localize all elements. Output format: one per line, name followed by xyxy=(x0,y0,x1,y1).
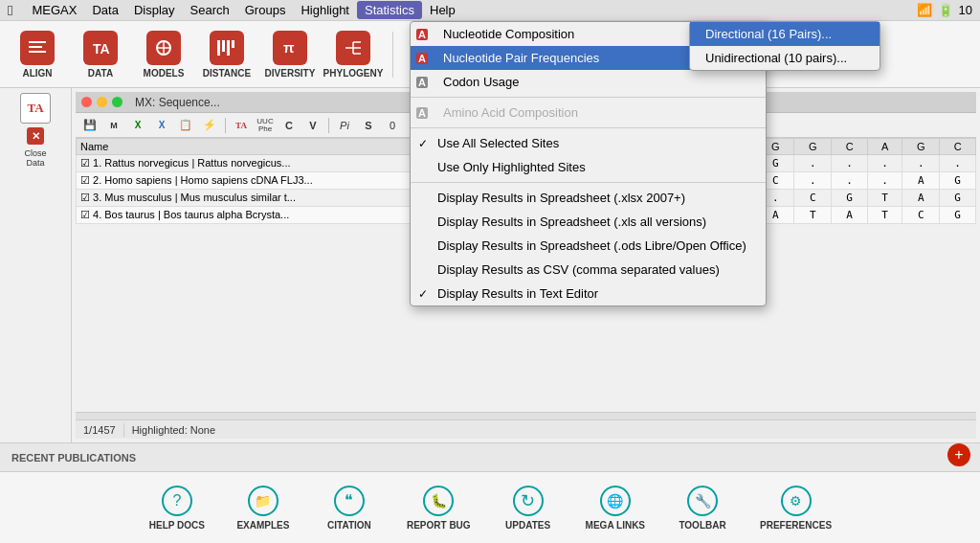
preferences-icon: ⚙ xyxy=(781,486,812,516)
report-bug-label: REPORT BUG xyxy=(407,520,471,531)
menu-display-ods[interactable]: Display Results in Spreadsheet (.ods Lib… xyxy=(411,234,766,258)
apple-menu[interactable]:  xyxy=(8,2,12,18)
help-docs-button[interactable]: ? HELP DOCS xyxy=(148,486,206,531)
menu-codon-usage[interactable]: A Codon Usage xyxy=(411,70,766,94)
npf-icon: A xyxy=(416,53,428,64)
codon-stoolbar-btn[interactable]: UUCPhe xyxy=(255,116,276,135)
diversity-button[interactable]: π DIVERSITY xyxy=(262,26,318,83)
col-header-c2: C xyxy=(832,139,868,155)
toolbar-button[interactable]: 🔧 TOOLBAR xyxy=(674,486,731,531)
menubar:  MEGAX Data Display Search Groups Highl… xyxy=(0,0,980,21)
excel1-stoolbar-btn[interactable]: X xyxy=(127,116,148,135)
submenu-directional[interactable]: Directional (16 Pairs)... xyxy=(690,22,880,46)
menu-divider1 xyxy=(411,97,766,98)
row2-d10: G xyxy=(940,172,976,190)
menu-display-csv[interactable]: Display Results as CSV (comma separated … xyxy=(411,258,766,282)
menu-groups[interactable]: Groups xyxy=(237,1,294,19)
toolbar-icon: 🔧 xyxy=(687,486,718,516)
menu-data[interactable]: Data xyxy=(84,1,125,19)
excel2-stoolbar-btn[interactable]: X xyxy=(151,116,172,135)
toolbar-separator xyxy=(392,32,393,78)
use-only-highlighted-label: Use Only Highlighted Sites xyxy=(437,160,586,174)
mega-stoolbar-btn[interactable]: M xyxy=(103,116,124,135)
row4-d7: A xyxy=(832,207,868,224)
menu-use-all-selected[interactable]: ✓ Use All Selected Sites xyxy=(411,131,766,155)
row2-d6: . xyxy=(794,172,832,190)
menu-display-text[interactable]: ✓ Display Results in Text Editor xyxy=(411,282,766,305)
updates-button[interactable]: ↻ UPDATES xyxy=(500,486,557,531)
ta-icon: TA xyxy=(20,93,51,124)
close-data-label: CloseData xyxy=(24,148,46,168)
save-stoolbar-btn[interactable]: 💾 xyxy=(79,116,100,135)
row1-d7: . xyxy=(832,155,868,172)
data-button[interactable]: TA DATA xyxy=(73,26,128,83)
menu-help[interactable]: Help xyxy=(422,1,463,19)
status-separator xyxy=(123,423,124,437)
v-stoolbar-btn[interactable]: V xyxy=(302,116,323,135)
row2-d7: . xyxy=(832,172,868,190)
citation-button[interactable]: ❝ CITATION xyxy=(321,486,378,531)
display-text-check-icon: ✓ xyxy=(418,287,428,301)
preferences-button[interactable]: ⚙ PREFERENCES xyxy=(760,486,832,531)
left-panel: TA ✕ CloseData xyxy=(0,88,72,442)
row4-d8: T xyxy=(867,207,902,224)
menu-display-xls[interactable]: Display Results in Spreadsheet (.xls all… xyxy=(411,210,766,234)
menu-search[interactable]: Search xyxy=(183,1,237,19)
menu-megax[interactable]: MEGAX xyxy=(24,1,84,19)
amino-acid-icon: A xyxy=(416,107,428,119)
nucleotide-composition-label: Nucleotide Composition xyxy=(437,27,574,41)
use-all-selected-label: Use All Selected Sites xyxy=(437,136,559,150)
minimize-button[interactable] xyxy=(97,97,107,107)
col-header-a2: A xyxy=(867,139,902,155)
display-text-label: Display Results in Text Editor xyxy=(437,286,598,301)
mega-links-button[interactable]: 🌐 MEGA LINKS xyxy=(586,486,645,531)
zero-stoolbar-btn[interactable]: 0 xyxy=(382,116,403,135)
codon-usage-icon: A xyxy=(416,77,428,88)
menu-statistics[interactable]: Statistics xyxy=(357,1,422,19)
horizontal-scrollbar[interactable] xyxy=(76,412,976,419)
wifi-icon: 📶 xyxy=(917,3,932,17)
svg-rect-2 xyxy=(29,51,46,53)
phylogeny-button[interactable]: PHYLOGENY xyxy=(325,26,381,83)
submenu-unidirectional[interactable]: Unidirectional (10 pairs)... xyxy=(690,46,880,70)
highlighted-indicator: Highlighted: None xyxy=(132,424,215,436)
row4-d10: G xyxy=(940,207,976,224)
examples-label: EXAMPLES xyxy=(236,520,289,531)
pi-stoolbar-btn[interactable]: Pi xyxy=(334,116,355,135)
menu-display-xlsx[interactable]: Display Results in Spreadsheet (.xlsx 20… xyxy=(411,186,766,210)
close-button[interactable] xyxy=(81,97,92,107)
flash-stoolbar-btn[interactable]: ⚡ xyxy=(199,116,220,135)
align-button[interactable]: ALIGN xyxy=(10,26,65,83)
col-header-g5: G xyxy=(902,139,940,155)
status-bar: 1/1457 Highlighted: None xyxy=(76,419,976,439)
menu-highlight[interactable]: Highlight xyxy=(293,1,357,19)
close-data-button[interactable]: ✕ xyxy=(27,127,44,145)
footer: ? HELP DOCS 📁 EXAMPLES ❝ CITATION 🐛 REPO… xyxy=(0,471,980,543)
clock: 10 xyxy=(959,3,972,17)
traffic-lights xyxy=(81,97,122,107)
models-button[interactable]: MODELS xyxy=(136,26,191,83)
menu-amino-acid[interactable]: A Amino Acid Composition xyxy=(411,101,766,124)
report-bug-button[interactable]: 🐛 REPORT BUG xyxy=(407,486,471,531)
c-stoolbar-btn[interactable]: C xyxy=(278,116,300,135)
menu-display[interactable]: Display xyxy=(126,1,183,19)
menu-use-only-highlighted[interactable]: Use Only Highlighted Sites xyxy=(411,155,766,179)
examples-button[interactable]: 📁 EXAMPLES xyxy=(234,486,292,531)
svg-rect-0 xyxy=(29,41,46,43)
menu-divider3 xyxy=(411,182,766,183)
battery-icon: 🔋 xyxy=(938,3,953,17)
toolbar-label: TOOLBAR xyxy=(679,520,725,531)
display-xlsx-label: Display Results in Spreadsheet (.xlsx 20… xyxy=(437,191,685,205)
distance-button[interactable]: DISTANCE xyxy=(199,26,255,83)
ta-stoolbar-btn[interactable]: TA xyxy=(231,116,252,135)
row3-d8: T xyxy=(867,190,902,207)
svg-rect-8 xyxy=(222,40,225,52)
copy-stoolbar-btn[interactable]: 📋 xyxy=(175,116,196,135)
maximize-button[interactable] xyxy=(112,97,122,107)
display-xls-label: Display Results in Spreadsheet (.xls all… xyxy=(437,215,706,229)
row1-d10: . xyxy=(940,155,976,172)
help-docs-label: HELP DOCS xyxy=(149,520,205,531)
s-stoolbar-btn[interactable]: S xyxy=(358,116,379,135)
row1-d6: . xyxy=(794,155,832,172)
add-button[interactable]: + xyxy=(947,443,970,466)
